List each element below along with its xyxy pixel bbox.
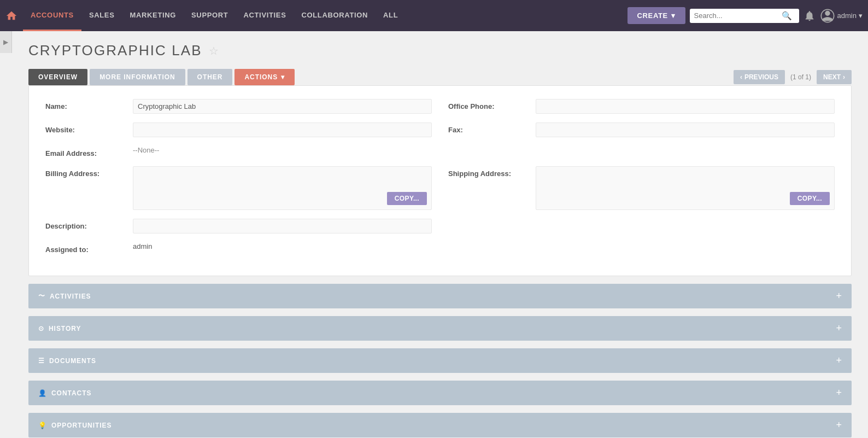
name-field-value	[133, 99, 432, 114]
documents-expand-icon: +	[836, 355, 842, 366]
tab-other[interactable]: OTHER	[187, 69, 233, 85]
copy-billing-button[interactable]: COPY...	[387, 192, 427, 205]
shipping-label: Shipping Address:	[448, 166, 536, 178]
section-panels: 〜 ACTIVITIES + ⊙ HISTORY + ☰ DOCUMENTS +…	[28, 284, 852, 437]
shipping-field-value: COPY...	[536, 166, 835, 210]
nav-items: ACCOUNTS SALES MARKETING SUPPORT ACTIVIT…	[23, 0, 627, 31]
form-card: Name: Office Phone: Website:	[28, 85, 852, 276]
form-col-shipping: Shipping Address: COPY...	[448, 166, 835, 210]
form-row-website-fax: Website: Fax:	[45, 122, 835, 137]
actions-chevron-icon: ▾	[281, 73, 285, 81]
assigned-label: Assigned to:	[45, 242, 133, 254]
tabs-row: OVERVIEW MORE INFORMATION OTHER ACTIONS …	[28, 69, 852, 85]
email-label: Email Address:	[45, 146, 133, 157]
form-col-billing: Billing Address: COPY...	[45, 166, 432, 210]
description-field-value	[133, 219, 432, 233]
fax-field-value	[536, 122, 835, 137]
user-name-label: admin	[837, 11, 857, 20]
form-row-email: Email Address: --None--	[45, 146, 835, 157]
email-value: --None--	[133, 143, 159, 157]
sidebar-arrow-icon: ▶	[3, 38, 8, 46]
website-label: Website:	[45, 122, 133, 134]
form-row-name-phone: Name: Office Phone:	[45, 99, 835, 114]
activities-icon: 〜	[38, 291, 45, 301]
tabs-left: OVERVIEW MORE INFORMATION OTHER ACTIONS …	[28, 69, 295, 85]
assigned-value: admin	[133, 240, 152, 253]
previous-button[interactable]: ‹ PREVIOUS	[734, 70, 785, 84]
opportunities-icon: 💡	[38, 422, 47, 429]
name-label: Name:	[45, 99, 133, 110]
home-button[interactable]	[5, 10, 17, 22]
tab-overview[interactable]: OVERVIEW	[28, 69, 87, 85]
history-expand-icon: +	[836, 323, 842, 334]
form-col-assigned: Assigned to: admin	[45, 242, 432, 254]
top-navigation: ACCOUNTS SALES MARKETING SUPPORT ACTIVIT…	[0, 0, 868, 31]
activities-expand-icon: +	[836, 290, 842, 302]
form-col-description: Description:	[45, 219, 432, 233]
panel-contacts[interactable]: 👤 CONTACTS +	[28, 381, 852, 405]
record-count: (1 of 1)	[788, 73, 813, 81]
form-row-addresses: Billing Address: COPY... Shipping Addres…	[45, 166, 835, 210]
form-col-office-phone: Office Phone:	[448, 99, 835, 114]
description-label: Description:	[45, 219, 133, 230]
billing-field-value: COPY...	[133, 166, 432, 210]
nav-item-accounts[interactable]: ACCOUNTS	[23, 0, 81, 31]
opportunities-expand-icon: +	[836, 419, 842, 431]
next-arrow-icon: ›	[843, 73, 845, 81]
office-phone-label: Office Phone:	[448, 99, 536, 110]
history-icon: ⊙	[38, 325, 44, 332]
billing-address-box: COPY...	[133, 166, 432, 210]
form-col-fax: Fax:	[448, 122, 835, 137]
nav-item-sales[interactable]: SALES	[81, 0, 122, 31]
page-content: CRYPTOGRAPHIC LAB ☆ OVERVIEW MORE INFORM…	[12, 31, 868, 438]
contacts-expand-icon: +	[836, 387, 842, 399]
fax-input[interactable]	[536, 122, 835, 137]
form-col-website: Website:	[45, 122, 432, 137]
panel-activities[interactable]: 〜 ACTIVITIES +	[28, 284, 852, 308]
tab-more-information[interactable]: MORE INFORMATION	[90, 69, 185, 85]
tab-actions[interactable]: ACTIONS ▾	[234, 69, 295, 85]
documents-icon: ☰	[38, 357, 45, 365]
email-field-value: --None--	[133, 146, 432, 154]
shipping-address-box: COPY...	[536, 166, 835, 210]
copy-shipping-button[interactable]: COPY...	[790, 192, 830, 205]
nav-item-marketing[interactable]: MARKETING	[122, 0, 184, 31]
user-chevron-icon: ▾	[859, 11, 863, 20]
page-title: CRYPTOGRAPHIC LAB	[28, 42, 202, 59]
office-phone-field-value	[536, 99, 835, 114]
form-col-name: Name:	[45, 99, 432, 114]
panel-documents[interactable]: ☰ DOCUMENTS +	[28, 348, 852, 373]
user-menu-button[interactable]: admin ▾	[820, 8, 863, 24]
form-row-assigned: Assigned to: admin	[45, 242, 835, 254]
form-row-description: Description:	[45, 219, 835, 233]
nav-right: CREATE ▾ 🔍 admin ▾	[627, 7, 863, 24]
favorite-star-icon[interactable]: ☆	[209, 44, 219, 57]
prev-arrow-icon: ‹	[740, 73, 742, 81]
name-input[interactable]	[133, 99, 432, 114]
panel-history[interactable]: ⊙ HISTORY +	[28, 316, 852, 341]
sidebar-toggle[interactable]: ▶	[0, 31, 12, 53]
nav-item-support[interactable]: SUPPORT	[184, 0, 236, 31]
website-input[interactable]	[133, 122, 432, 137]
notifications-button[interactable]	[804, 10, 816, 22]
create-button[interactable]: CREATE ▾	[627, 7, 685, 24]
office-phone-input[interactable]	[536, 99, 835, 114]
billing-label: Billing Address:	[45, 166, 133, 178]
search-input[interactable]	[694, 11, 782, 20]
contacts-icon: 👤	[38, 389, 47, 397]
website-field-value	[133, 122, 432, 137]
description-input[interactable]	[133, 219, 432, 233]
panel-opportunities[interactable]: 💡 OPPORTUNITIES +	[28, 413, 852, 437]
assigned-field-value: admin	[133, 242, 432, 250]
nav-item-activities[interactable]: ACTIVITIES	[236, 0, 294, 31]
nav-item-all[interactable]: ALL	[376, 0, 406, 31]
form-col-email: Email Address: --None--	[45, 146, 432, 157]
page-title-row: CRYPTOGRAPHIC LAB ☆	[28, 42, 852, 59]
next-button[interactable]: NEXT ›	[817, 70, 852, 84]
chevron-down-icon: ▾	[671, 11, 676, 20]
tabs-right: ‹ PREVIOUS (1 of 1) NEXT ›	[734, 70, 852, 84]
search-icon: 🔍	[782, 11, 792, 21]
fax-label: Fax:	[448, 122, 536, 134]
nav-item-collaboration[interactable]: COLLABORATION	[294, 0, 376, 31]
search-box[interactable]: 🔍	[690, 9, 799, 23]
